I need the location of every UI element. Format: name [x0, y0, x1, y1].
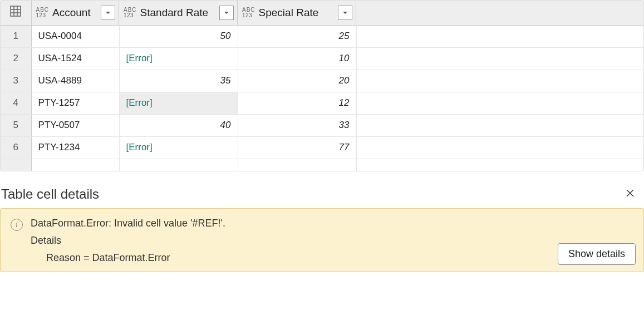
- column-title: Special Rate: [259, 7, 336, 19]
- datatype-icon: ABC 123: [124, 7, 137, 18]
- data-table: ABC 123 Account ABC 123 Standard Rate: [0, 0, 644, 171]
- filter-dropdown[interactable]: [338, 6, 352, 20]
- error-message-box: i DataFormat.Error: Invalid cell value '…: [0, 208, 644, 272]
- cell-special-rate[interactable]: 20: [238, 70, 356, 92]
- filter-dropdown[interactable]: [219, 6, 234, 20]
- row-number[interactable]: 1: [1, 25, 31, 47]
- column-header-standard-rate[interactable]: ABC 123 Standard Rate: [119, 1, 238, 25]
- cell-account[interactable]: USA-4889: [31, 70, 119, 92]
- cell-details-panel: Table cell details i DataFormat.Error: I…: [0, 183, 644, 278]
- cell-error[interactable]: [Error]: [119, 136, 238, 159]
- column-header-empty: [356, 1, 643, 25]
- cell-account[interactable]: USA-0004: [31, 25, 119, 47]
- column-title: Standard Rate: [140, 7, 217, 19]
- error-text: DataFormat.Error: Invalid cell value '#R…: [31, 218, 633, 229]
- cell-empty: [356, 136, 643, 159]
- cell-error[interactable]: [Error]: [119, 47, 238, 70]
- cell-account[interactable]: PTY-0507: [31, 114, 119, 136]
- cell-standard-rate[interactable]: 40: [119, 114, 238, 136]
- panel-title: Table cell details: [1, 186, 99, 202]
- cell-standard-rate[interactable]: 50: [119, 25, 238, 47]
- svg-rect-0: [11, 6, 21, 16]
- cell-account[interactable]: PTY-1257: [31, 92, 119, 114]
- row-number[interactable]: 2: [1, 47, 31, 70]
- filter-dropdown[interactable]: [101, 6, 115, 20]
- select-all-corner[interactable]: [1, 1, 31, 25]
- cell-empty: [356, 92, 643, 114]
- info-icon: i: [11, 219, 23, 231]
- column-header-account[interactable]: ABC 123 Account: [31, 1, 119, 25]
- cell-empty: [356, 114, 643, 136]
- datatype-icon: ABC 123: [242, 7, 255, 18]
- row-number[interactable]: 6: [1, 136, 31, 159]
- cell-standard-rate[interactable]: 35: [119, 70, 238, 92]
- table-row[interactable]: 2USA-1524[Error]10: [1, 47, 643, 70]
- cell-special-rate[interactable]: 25: [238, 25, 356, 47]
- row-number[interactable]: 3: [1, 70, 31, 92]
- cell-special-rate[interactable]: 12: [238, 92, 356, 114]
- table-row[interactable]: 3USA-48893520: [1, 70, 643, 92]
- cell-empty: [356, 25, 643, 47]
- column-header-special-rate[interactable]: ABC 123 Special Rate: [238, 1, 356, 25]
- cell-account[interactable]: USA-1524: [31, 47, 119, 70]
- show-details-button[interactable]: Show details: [558, 243, 636, 265]
- cell-error[interactable]: [Error]: [119, 92, 238, 114]
- filler-row: [1, 159, 643, 171]
- cell-special-rate[interactable]: 10: [238, 47, 356, 70]
- cell-empty: [356, 47, 643, 70]
- table-row[interactable]: 6PTY-1234[Error]77: [1, 136, 643, 159]
- row-number[interactable]: 4: [1, 92, 31, 114]
- table-row[interactable]: 1USA-00045025: [1, 25, 643, 47]
- cell-special-rate[interactable]: 33: [238, 114, 356, 136]
- close-button[interactable]: [622, 185, 638, 204]
- table-row[interactable]: 5PTY-05074033: [1, 114, 643, 136]
- table-row[interactable]: 4PTY-1257[Error]12: [1, 92, 643, 114]
- cell-account[interactable]: PTY-1234: [31, 136, 119, 159]
- table-icon: [9, 9, 22, 20]
- row-number[interactable]: 5: [1, 114, 31, 136]
- datatype-icon: ABC 123: [36, 7, 50, 18]
- details-label: Details: [31, 235, 633, 247]
- cell-empty: [356, 70, 643, 92]
- cell-special-rate[interactable]: 77: [238, 136, 356, 159]
- reason-text: Reason = DataFormat.Error: [31, 252, 633, 264]
- column-title: Account: [52, 7, 99, 19]
